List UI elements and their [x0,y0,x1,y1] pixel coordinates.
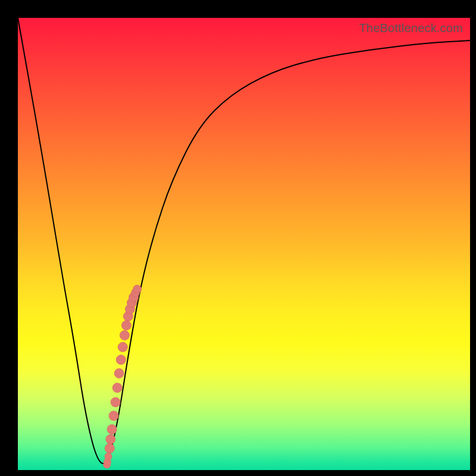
sample-point [105,453,112,460]
sample-point [133,285,142,293]
sample-point [118,342,127,352]
sample-point [120,331,129,340]
sample-point [111,397,120,407]
plot-area: TheBottleneck.com [18,18,470,470]
curve-layer [18,18,470,470]
sample-point [105,444,114,453]
sample-point [116,355,126,365]
sample-point [112,383,122,393]
sample-point [106,434,115,444]
chart-frame: TheBottleneck.com [0,0,476,476]
sample-point [121,321,131,330]
sample-point [114,368,124,378]
sample-point [109,411,118,421]
bottleneck-curve [18,18,470,464]
sample-point [107,425,117,434]
